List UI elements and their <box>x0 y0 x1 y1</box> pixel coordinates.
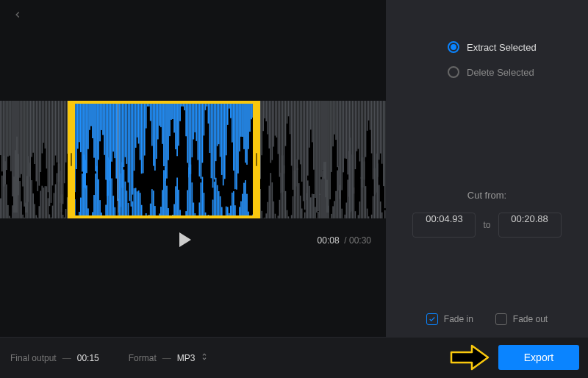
svg-rect-404 <box>300 101 301 164</box>
svg-rect-773 <box>187 190 188 218</box>
svg-rect-717 <box>146 213 147 218</box>
svg-rect-689 <box>125 182 126 218</box>
svg-rect-650 <box>96 101 98 172</box>
current-time: 00:08 <box>318 235 340 246</box>
svg-rect-772 <box>187 101 188 163</box>
svg-rect-86 <box>64 101 65 183</box>
svg-rect-815 <box>218 191 220 218</box>
waveform-editor[interactable] <box>0 101 386 218</box>
svg-rect-66 <box>49 101 51 206</box>
time-display: 00:08 / 00:30 <box>318 235 371 246</box>
svg-rect-696 <box>131 101 132 207</box>
checkbox-fade-in[interactable]: Fade in <box>426 313 473 325</box>
svg-rect-368 <box>273 101 275 147</box>
svg-rect-14 <box>10 101 12 171</box>
svg-rect-801 <box>208 215 209 218</box>
svg-rect-471 <box>349 151 351 218</box>
svg-rect-680 <box>119 101 121 213</box>
svg-rect-509 <box>377 163 379 218</box>
svg-rect-7 <box>4 161 6 218</box>
cut-from-input[interactable]: 00:04.93 <box>412 213 476 238</box>
svg-rect-642 <box>90 101 92 126</box>
svg-rect-708 <box>140 101 141 160</box>
svg-rect-846 <box>242 101 243 137</box>
radio-delete-label: Delete Selected <box>467 67 534 78</box>
svg-rect-700 <box>134 101 135 171</box>
svg-rect-810 <box>215 101 217 161</box>
svg-rect-640 <box>89 101 90 130</box>
svg-rect-461 <box>341 209 343 218</box>
svg-rect-643 <box>90 218 92 219</box>
svg-rect-778 <box>192 101 193 157</box>
annotation-arrow-icon <box>448 341 492 374</box>
svg-rect-453 <box>335 191 337 218</box>
svg-rect-511 <box>379 185 380 219</box>
svg-rect-395 <box>293 196 294 218</box>
svg-rect-794 <box>204 101 205 135</box>
svg-rect-853 <box>246 194 248 218</box>
svg-rect-83 <box>61 194 62 218</box>
svg-rect-839 <box>236 218 237 218</box>
svg-rect-357 <box>264 218 265 218</box>
svg-rect-359 <box>265 213 267 218</box>
svg-rect-382 <box>284 101 285 174</box>
svg-rect-638 <box>87 101 89 149</box>
svg-rect-848 <box>243 101 245 149</box>
back-button[interactable] <box>10 7 25 22</box>
svg-rect-787 <box>198 216 199 218</box>
svg-rect-806 <box>212 101 214 188</box>
svg-rect-374 <box>278 101 279 154</box>
svg-rect-432 <box>320 101 322 177</box>
svg-rect-691 <box>126 190 128 218</box>
svg-rect-405 <box>300 196 301 218</box>
svg-rect-830 <box>230 101 232 118</box>
svg-rect-57 <box>42 186 43 218</box>
svg-rect-817 <box>220 196 221 218</box>
svg-rect-792 <box>202 101 204 163</box>
svg-rect-498 <box>370 101 371 130</box>
svg-rect-376 <box>279 101 281 177</box>
svg-rect-751 <box>171 218 172 218</box>
svg-rect-465 <box>345 215 346 218</box>
svg-rect-49 <box>36 215 37 219</box>
svg-rect-496 <box>368 101 370 121</box>
svg-rect-705 <box>137 191 138 218</box>
svg-rect-818 <box>221 101 223 175</box>
format-dropdown[interactable]: Format — MP3 <box>129 352 209 364</box>
svg-rect-43 <box>31 180 32 218</box>
svg-rect-635 <box>85 160 86 218</box>
svg-rect-858 <box>251 101 252 119</box>
svg-rect-811 <box>215 178 217 218</box>
svg-rect-655 <box>99 200 101 218</box>
svg-rect-356 <box>264 101 265 118</box>
radio-extract-selected[interactable]: Extract Selected <box>448 41 537 53</box>
svg-rect-439 <box>325 162 326 218</box>
export-button[interactable]: Export <box>498 345 579 370</box>
svg-rect-653 <box>98 179 99 218</box>
svg-rect-358 <box>265 101 267 121</box>
svg-rect-762 <box>179 101 181 121</box>
svg-rect-675 <box>115 207 116 218</box>
svg-rect-31 <box>22 215 24 218</box>
svg-rect-51 <box>37 218 39 218</box>
svg-rect-785 <box>196 218 198 218</box>
playhead[interactable] <box>118 101 118 218</box>
format-label: Format <box>129 353 157 363</box>
svg-rect-2 <box>1 101 3 171</box>
svg-rect-625 <box>77 218 79 218</box>
svg-rect-733 <box>157 218 159 218</box>
svg-rect-403 <box>298 183 300 218</box>
selection-handle-left[interactable] <box>68 101 75 218</box>
svg-rect-452 <box>335 101 337 140</box>
svg-rect-784 <box>196 101 198 141</box>
radio-delete-selected[interactable]: Delete Selected <box>448 66 534 78</box>
svg-rect-716 <box>146 101 147 128</box>
play-button[interactable] <box>179 232 191 247</box>
cut-to-input[interactable]: 00:20.88 <box>498 213 562 238</box>
radio-icon <box>448 41 459 53</box>
checkbox-fade-out[interactable]: Fade out <box>495 313 548 325</box>
svg-rect-670 <box>111 101 112 162</box>
selection-handle-right[interactable] <box>253 101 260 218</box>
svg-rect-17 <box>12 205 13 218</box>
cut-to-label: to <box>483 220 490 230</box>
